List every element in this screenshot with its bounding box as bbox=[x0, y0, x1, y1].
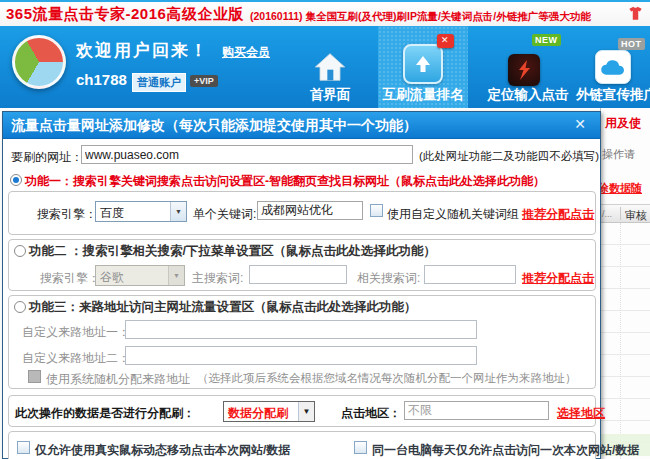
func3-addr2-label: 自定义来路地址二： bbox=[22, 350, 130, 367]
username: ch1788 bbox=[76, 71, 127, 88]
tab-traffic-rank[interactable]: 互刷流量排名 bbox=[380, 86, 466, 104]
once-per-day-checkbox[interactable] bbox=[354, 441, 367, 454]
func2-group: 功能二 ：搜索引擎相关搜索/下拉菜单设置区（鼠标点击此处选择此功能） 搜索引擎：… bbox=[8, 239, 596, 291]
rank-alert-badge-icon: ✕ bbox=[437, 34, 454, 48]
url-hint: (此处网址功能二及功能四不必填写) bbox=[419, 149, 599, 164]
dialog-body: 要刷的网址： (此处网址功能二及功能四不必填写) 功能一：搜索引擎关键词搜索点击… bbox=[3, 139, 600, 458]
once-per-day-label[interactable]: 同一台电脑每天仅允许点击访问一次本次网站/数据 bbox=[372, 442, 639, 459]
traffic-rank-icon[interactable] bbox=[403, 44, 443, 84]
func3-checkbox-label: 使用系统随机分配来路地址 bbox=[46, 371, 190, 388]
footer-group: 仅允许使用真实鼠标动态移动点击本次网站/数据 同一台电脑每天仅允许点击访问一次本… bbox=[8, 431, 596, 459]
home-icon[interactable] bbox=[314, 52, 346, 82]
dispatch-select-value: 数据分配刷 bbox=[228, 405, 288, 422]
select-region-link[interactable]: 选择地区 bbox=[557, 405, 605, 422]
chevron-down-icon: ▼ bbox=[170, 202, 186, 221]
tab-home[interactable]: 首界面 bbox=[303, 86, 357, 104]
close-icon[interactable]: ✕ bbox=[574, 116, 586, 132]
dialog-title: 流量点击量网址添加修改（每次只能添加提交使用其中一个功能） bbox=[11, 117, 417, 135]
account-type-badge: 普通账户 bbox=[132, 73, 186, 92]
locate-click-icon[interactable] bbox=[508, 54, 540, 86]
func3-addr1-label: 自定义来路地址一： bbox=[22, 324, 130, 341]
url-input[interactable] bbox=[81, 145, 413, 164]
func3-title[interactable]: 功能三：来路地址访问主网址流量设置区（鼠标点击此处选择此功能） bbox=[29, 299, 417, 316]
app-window: 365流量点击专家-2016高级企业版 (20160111) 集全国互刷(及代理… bbox=[0, 0, 650, 459]
bg-grid-vline bbox=[620, 223, 621, 459]
real-mouse-checkbox[interactable] bbox=[17, 441, 30, 454]
func2-title[interactable]: 功能二 ：搜索引擎相关搜索/下拉菜单设置区（鼠标点击此处选择此功能） bbox=[29, 243, 436, 260]
chevron-down-icon: ▼ bbox=[168, 266, 184, 285]
func2-radio[interactable] bbox=[14, 245, 26, 257]
app-subtitle: (20160111) 集全国互刷(及代理)刷IP流量/关键词点击/外链推广等强大… bbox=[250, 10, 591, 24]
dispatch-group: 此次操作的数据是否进行分配刷： 数据分配刷 ▼ 点击地区： 选择地区 bbox=[8, 395, 596, 427]
func2-main-input[interactable] bbox=[249, 265, 347, 284]
func2-related-label: 相关搜索词: bbox=[357, 270, 420, 287]
app-titlebar: 365流量点击专家-2016高级企业版 (20160111) 集全国互刷(及代理… bbox=[0, 0, 650, 26]
func1-random-keywords-checkbox[interactable] bbox=[370, 204, 383, 217]
func1-group: 搜索引擎： 百度 ▼ 单个关键词: 使用自定义随机关键词组 推荐分配点击 bbox=[8, 191, 596, 235]
func1-title[interactable]: 功能一：搜索引擎关键词搜索点击访问设置区-智能翻页查找目标网址（鼠标点击此处选择… bbox=[25, 173, 545, 190]
func3-random-referrer-checkbox bbox=[28, 370, 41, 383]
bg-col-prefix: /... bbox=[602, 209, 612, 219]
func1-checkbox-label[interactable]: 使用自定义随机关键词组 bbox=[387, 206, 519, 223]
func2-engine-select: 谷歌 ▼ bbox=[95, 265, 185, 286]
bg-col-audit: 审核 bbox=[625, 208, 647, 223]
bg-table-header: /... 审核 bbox=[601, 204, 650, 223]
func1-keyword-input[interactable] bbox=[257, 201, 363, 220]
region-input[interactable] bbox=[404, 401, 549, 420]
func1-engine-select[interactable]: 百度 ▼ bbox=[95, 201, 187, 222]
welcome-text: 欢迎用户回来！ bbox=[76, 39, 209, 62]
func1-recommend-link[interactable]: 推荐分配点击 bbox=[522, 206, 594, 223]
func3-addr1-input[interactable] bbox=[125, 320, 477, 339]
region-label: 点击地区： bbox=[341, 405, 401, 422]
background-window-sliver: 用及使 操作请 除数据随 /... 审核 bbox=[600, 108, 650, 459]
func1-engine-label: 搜索引擎： bbox=[37, 206, 97, 223]
url-label: 要刷的网址： bbox=[11, 149, 83, 166]
bg-red-text: 用及使 bbox=[605, 115, 641, 132]
func2-recommend-link[interactable]: 推荐分配点击 bbox=[522, 270, 594, 287]
func1-engine-value: 百度 bbox=[100, 205, 124, 222]
buy-membership-link[interactable]: 购买会员 bbox=[222, 44, 270, 61]
func3-checkbox-hint: （选择此项后系统会根据您域名情况每次随机分配一个网址作为来路地址） bbox=[197, 371, 577, 386]
func1-radio[interactable] bbox=[10, 174, 22, 186]
promo-cloud-icon[interactable] bbox=[595, 50, 631, 84]
dialog-titlebar[interactable]: 流量点击量网址添加修改（每次只能添加提交使用其中一个功能） ✕ bbox=[3, 112, 600, 139]
chevron-down-icon: ▼ bbox=[298, 402, 314, 421]
app-title: 365流量点击专家-2016高级企业版 bbox=[6, 5, 244, 24]
func2-engine-label: 搜索引擎： bbox=[40, 270, 100, 287]
func2-engine-value: 谷歌 bbox=[100, 269, 124, 286]
vip-badge[interactable]: +VIP bbox=[190, 75, 218, 87]
new-badge: NEW bbox=[532, 34, 561, 46]
real-mouse-label[interactable]: 仅允许使用真实鼠标动态移动点击本次网站/数据 bbox=[35, 442, 290, 459]
bg-red-link[interactable]: 除数据随 bbox=[600, 181, 642, 196]
tab-locate-click[interactable]: 定位输入点击 bbox=[486, 86, 570, 104]
bg-gray-text: 操作请 bbox=[602, 147, 635, 162]
func2-main-label: 主搜索词: bbox=[192, 270, 243, 287]
url-edit-dialog: 流量点击量网址添加修改（每次只能添加提交使用其中一个功能） ✕ 要刷的网址： (… bbox=[2, 111, 601, 459]
main-header: 欢迎用户回来！ 购买会员 ch1788 普通账户 +VIP ✕ NEW HOT bbox=[0, 26, 650, 108]
func2-related-input[interactable] bbox=[424, 265, 516, 284]
hot-badge: HOT bbox=[618, 38, 645, 50]
tab-promo[interactable]: 外链宣传推广 bbox=[576, 86, 650, 104]
func3-radio[interactable] bbox=[14, 301, 26, 313]
dispatch-label: 此次操作的数据是否进行分配刷： bbox=[15, 405, 195, 422]
app-logo-icon bbox=[12, 35, 66, 89]
shirt-icon[interactable] bbox=[627, 6, 644, 21]
dispatch-select[interactable]: 数据分配刷 ▼ bbox=[223, 401, 315, 422]
func1-keyword-label: 单个关键词: bbox=[193, 206, 256, 223]
func3-addr2-input[interactable] bbox=[125, 346, 477, 365]
bg-col-separator bbox=[620, 207, 621, 220]
bg-table-grid bbox=[601, 223, 650, 459]
func3-group: 功能三：来路地址访问主网址流量设置区（鼠标点击此处选择此功能） 自定义来路地址一… bbox=[8, 295, 596, 389]
